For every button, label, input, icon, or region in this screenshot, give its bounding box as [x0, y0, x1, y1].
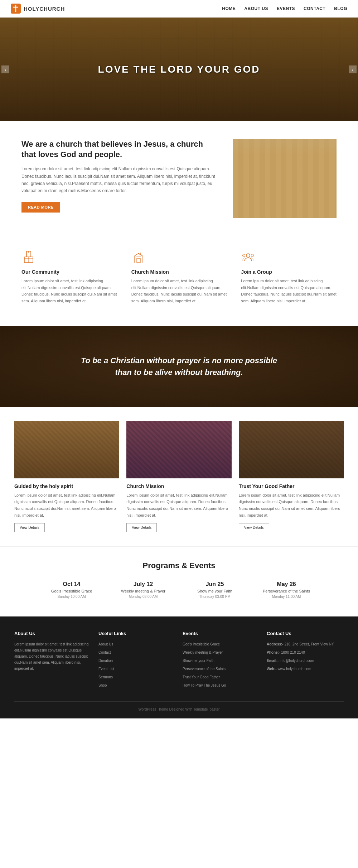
card-1: Guided by the holy spirit Lorem ipsum do…	[14, 421, 119, 532]
program-1-date: Oct 14	[41, 581, 102, 587]
footer-events-title: Events	[183, 631, 260, 636]
main-nav: HOME ABOUT US EVENTS CONTACT BLOG	[222, 6, 347, 11]
about-text-area: We are a church that believes in Jesus, …	[21, 139, 218, 213]
footer-phone-value: 1800 210 2140	[281, 650, 305, 654]
footer-event-5[interactable]: Trust Your Good Father	[183, 674, 260, 681]
feature-mission-text: Lorem ipsum dolor sit amet, test link ad…	[131, 278, 227, 304]
nav-events[interactable]: EVENTS	[277, 6, 295, 11]
card-image-1	[14, 421, 119, 478]
footer: About Us Lorem ipsum dolor sit amet, tes…	[0, 616, 358, 718]
nav-home[interactable]: HOME	[222, 6, 236, 11]
footer-links-title: Useful Links	[98, 631, 175, 636]
card-3: Trust Your Good Father Lorem ipsum dolor…	[239, 421, 344, 532]
footer-col-about: About Us Lorem ipsum dolor sit amet, tes…	[14, 631, 91, 691]
feature-group-title: Join a Group	[241, 269, 337, 275]
footer-link-about[interactable]: About Us	[98, 641, 175, 648]
footer-phone: Phone:- 1800 210 2140	[267, 649, 344, 656]
card-image-2	[126, 421, 231, 478]
read-more-button[interactable]: READ MORE	[21, 202, 60, 213]
svg-point-13	[251, 254, 254, 257]
svg-point-11	[246, 254, 250, 257]
svg-rect-8	[137, 258, 140, 263]
footer-web-value: www.holychurch.com	[277, 667, 311, 671]
group-icon	[241, 250, 255, 265]
footer-link-donation[interactable]: Donation	[98, 658, 175, 664]
svg-point-12	[243, 254, 245, 257]
card-3-button[interactable]: View Details	[239, 523, 269, 532]
program-2-date: July 12	[113, 581, 174, 587]
footer-link-eventlist[interactable]: Event List	[98, 666, 175, 672]
footer-address-value: 210, 2nd Street, Front View NY	[284, 642, 334, 646]
programs-title: Programs & Events	[7, 561, 351, 570]
footer-phone-label: Phone:-	[267, 650, 280, 654]
footer-link-shop[interactable]: Shop	[98, 682, 175, 689]
feature-community-title: Our Community	[21, 269, 117, 275]
community-icon	[21, 250, 36, 265]
feature-mission-title: Church Mission	[131, 269, 227, 275]
footer-email-value: info@holychurch.com	[280, 659, 314, 663]
site-name: HOLYCHURCH	[24, 6, 65, 12]
card-1-button[interactable]: View Details	[14, 523, 45, 532]
program-3-name: Show me your Faith	[184, 589, 245, 593]
program-4-date: May 26	[256, 581, 317, 587]
program-3-date: Jun 25	[184, 581, 245, 587]
nav-about[interactable]: ABOUT US	[244, 6, 268, 11]
program-4-name: Perseverance of the Saints	[256, 589, 317, 593]
hero-title: LOVE THE LORD YOUR GOD	[98, 64, 260, 75]
feature-community-text: Lorem ipsum dolor sit amet, test link ad…	[21, 278, 117, 304]
footer-event-1[interactable]: God's Irresistible Grace	[183, 641, 260, 648]
about-heading: We are a church that believes in Jesus, …	[21, 139, 218, 160]
logo-icon	[11, 4, 21, 14]
quote-section: To be a Christian without prayer is no m…	[0, 326, 358, 407]
church-photo-inner	[233, 139, 337, 218]
program-1-day: Sunday 10:00 AM	[41, 595, 102, 599]
quote-text: To be a Christian without prayer is no m…	[72, 355, 286, 378]
mission-icon	[131, 250, 146, 265]
footer-link-sermons[interactable]: Sermons	[98, 674, 175, 681]
program-2-name: Weekly meeting & Prayer	[113, 589, 174, 593]
hero-prev-button[interactable]: ‹	[1, 65, 9, 73]
footer-email: Email:- info@holychurch.com	[267, 658, 344, 664]
about-section: We are a church that believes in Jesus, …	[0, 121, 358, 236]
footer-bottom-text: WordPress Theme Designed With TemplateTo…	[139, 707, 220, 711]
footer-grid: About Us Lorem ipsum dolor sit amet, tes…	[14, 631, 344, 691]
card-image-3	[239, 421, 344, 478]
footer-col-events: Events God's Irresistible Grace Weekly m…	[183, 631, 260, 691]
card-3-title: Trust Your Good Father	[239, 483, 344, 489]
nav-blog[interactable]: BLOG	[334, 6, 347, 11]
footer-bottom: WordPress Theme Designed With TemplateTo…	[14, 701, 344, 711]
footer-contact-title: Contact Us	[267, 631, 344, 636]
hero-next-button[interactable]: ›	[349, 65, 357, 73]
programs-section: Programs & Events Oct 14 God's Irresisti…	[0, 546, 358, 616]
cards-section: Guided by the holy spirit Lorem ipsum do…	[0, 407, 358, 546]
card-1-title: Guided by the holy spirit	[14, 483, 119, 489]
footer-event-3[interactable]: Show me your Faith	[183, 658, 260, 664]
hero-content: LOVE THE LORD YOUR GOD	[98, 64, 260, 75]
program-2: July 12 Weekly meeting & Prayer Monday 0…	[107, 581, 179, 599]
card-2: Church Mission Lorem ipsum dolor sit ame…	[126, 421, 231, 532]
program-3: Jun 25 Show me your Faith Thursday 03:00…	[179, 581, 251, 599]
footer-link-contact[interactable]: Contact	[98, 649, 175, 656]
program-2-day: Monday 08:00 AM	[113, 595, 174, 599]
card-2-text: Lorem ipsum dolor sit amet, test link ad…	[126, 492, 231, 519]
logo[interactable]: HOLYCHURCH	[11, 4, 65, 14]
footer-address: Address:- 210, 2nd Street, Front View NY	[267, 641, 344, 648]
program-3-day: Thursday 03:00 PM	[184, 595, 245, 599]
program-4: May 26 Perseverance of the Saints Monday…	[251, 581, 322, 599]
footer-event-4[interactable]: Perseverance of the Saints	[183, 666, 260, 672]
feature-group: Join a Group Lorem ipsum dolor sit amet,…	[234, 243, 344, 312]
card-1-text: Lorem ipsum dolor sit amet, test link ad…	[14, 492, 119, 519]
card-3-text: Lorem ipsum dolor sit amet, test link ad…	[239, 492, 344, 519]
footer-event-2[interactable]: Weekly meeting & Prayer	[183, 649, 260, 656]
card-2-button[interactable]: View Details	[126, 523, 157, 532]
nav-contact[interactable]: CONTACT	[304, 6, 325, 11]
footer-email-label: Email:-	[267, 659, 279, 663]
feature-mission: Church Mission Lorem ipsum dolor sit ame…	[124, 243, 234, 312]
program-4-day: Monday 11:00 AM	[256, 595, 317, 599]
footer-col-contact: Contact Us Address:- 210, 2nd Street, Fr…	[267, 631, 344, 691]
about-body: Lorem ipsum dolor sit amet, test link ad…	[21, 165, 218, 195]
about-image	[233, 139, 337, 218]
feature-group-text: Lorem ipsum dolor sit amet, test link ad…	[241, 278, 337, 304]
footer-event-6[interactable]: How To Pray The Jesus Go	[183, 682, 260, 689]
footer-address-label: Address:-	[267, 642, 284, 646]
